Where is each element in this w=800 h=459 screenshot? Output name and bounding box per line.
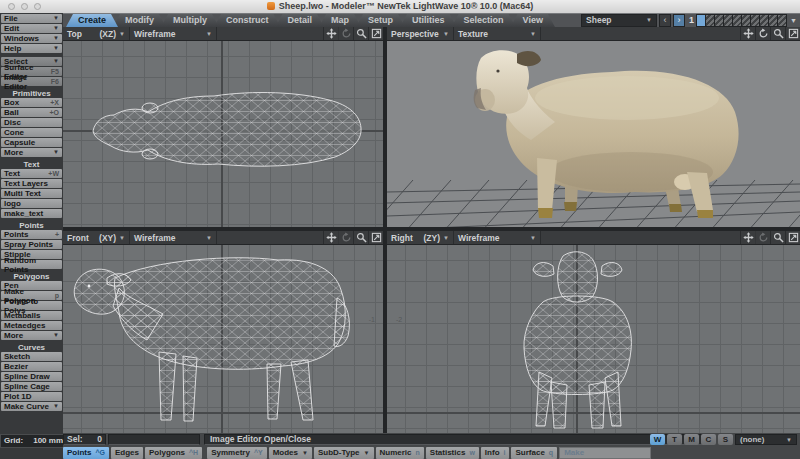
tab-create[interactable]: Create	[66, 14, 118, 27]
object-selector-dropdown[interactable]: Sheep▼	[581, 14, 657, 27]
vmap-button-w[interactable]: W	[650, 434, 665, 445]
viewport-right-canvas[interactable]: -2	[387, 244, 800, 433]
sidebar-item-windows[interactable]: Windows▼	[1, 34, 62, 43]
tab-multiply[interactable]: Multiply	[161, 14, 219, 27]
render-mode-label: Wireframe	[134, 233, 176, 243]
vmap-button-m[interactable]: M	[684, 434, 699, 445]
viewport-type-dropdown[interactable]: Perspective▼	[387, 27, 454, 40]
toolbar-button-edges[interactable]: Edges	[111, 447, 143, 459]
tab-detail[interactable]: Detail	[276, 14, 325, 27]
sidebar-item-points[interactable]: Points+	[1, 230, 62, 239]
vmap-button-c[interactable]: C	[701, 434, 716, 445]
viewport-name: Top	[67, 29, 82, 39]
vmap-button-t[interactable]: T	[667, 434, 682, 445]
shortcut-hint: +	[55, 230, 59, 239]
rotate-icon[interactable]	[338, 27, 353, 40]
layer-bank-dropdown-icon[interactable]: ▼	[790, 17, 797, 24]
vmap-selector-dropdown[interactable]: (none)▼	[735, 434, 797, 445]
tab-view[interactable]: View	[511, 14, 555, 27]
toolbar-button-surface[interactable]: Surfaceq	[511, 447, 557, 459]
render-mode-dropdown[interactable]: Wireframe▼	[130, 27, 217, 40]
rotate-icon[interactable]	[338, 231, 353, 244]
pan-icon[interactable]	[740, 27, 755, 40]
sidebar-item-multi-text[interactable]: Multi Text	[1, 189, 62, 198]
zoom-icon[interactable]	[353, 231, 368, 244]
toolbar-button-numeric[interactable]: Numericn	[376, 447, 424, 459]
sidebar-item-points-to-polys[interactable]: Points to Polys	[1, 301, 62, 310]
render-mode-dropdown[interactable]: Wireframe▼	[130, 231, 217, 244]
pan-icon[interactable]	[323, 27, 338, 40]
maximize-icon[interactable]	[368, 27, 383, 40]
zoom-icon[interactable]	[353, 27, 368, 40]
sidebar-item-help[interactable]: Help▼	[1, 44, 62, 53]
sidebar-item-cone[interactable]: Cone	[1, 128, 62, 137]
sidebar-item-capsule[interactable]: Capsule	[1, 138, 62, 147]
tab-construct[interactable]: Construct	[214, 14, 281, 27]
sidebar-item-edit[interactable]: Edit▼	[1, 24, 62, 33]
viewport-perspective-canvas[interactable]	[387, 40, 800, 227]
zoom-icon[interactable]	[770, 231, 785, 244]
tab-modify[interactable]: Modify	[113, 14, 166, 27]
sidebar-item-label: More	[4, 331, 23, 340]
sidebar-item-text-layers[interactable]: Text Layers	[1, 179, 62, 188]
sidebar-item-disc[interactable]: Disc	[1, 118, 62, 127]
viewport-top[interactable]: Top(XZ)▼Wireframe▼	[63, 27, 383, 227]
toolbar-button-points[interactable]: Points^G	[63, 447, 109, 459]
layer-block-10[interactable]	[777, 14, 787, 27]
maximize-icon[interactable]	[785, 231, 800, 244]
toolbar-button-subd-type[interactable]: SubD-Type▼	[314, 447, 374, 459]
viewport-nav-icons	[323, 231, 383, 244]
sidebar-item-bezier[interactable]: Bezier	[1, 362, 62, 371]
toolbar-button-polygons[interactable]: Polygons^H	[145, 447, 202, 459]
make-command-field[interactable]: Make	[559, 447, 651, 459]
sidebar-item-image-editor[interactable]: Image EditorF6	[1, 77, 62, 86]
pan-icon[interactable]	[740, 231, 755, 244]
sidebar-item-text[interactable]: Text+W	[1, 169, 62, 178]
shortcut-hint: n	[416, 447, 420, 459]
sidebar-item-sketch[interactable]: Sketch	[1, 352, 62, 361]
viewport-right[interactable]: Right(ZY)▼Wireframe▼ -2	[387, 231, 800, 433]
sidebar-item-box[interactable]: Box+X	[1, 98, 62, 107]
rotate-icon[interactable]	[755, 27, 770, 40]
viewport-front[interactable]: Front(XY)▼Wireframe▼ -1	[63, 231, 383, 433]
sidebar-item-ball[interactable]: Ball+O	[1, 108, 62, 117]
sidebar-item-plot-1d[interactable]: Plot 1D	[1, 392, 62, 401]
layer-next-button[interactable]: ›	[673, 14, 685, 27]
tab-utilities[interactable]: Utilities	[400, 14, 457, 27]
tab-selection[interactable]: Selection	[452, 14, 516, 27]
zoom-icon[interactable]	[770, 27, 785, 40]
chevron-down-icon: ▼	[53, 34, 59, 43]
maximize-icon[interactable]	[368, 231, 383, 244]
sidebar-item-metaedges[interactable]: Metaedges	[1, 321, 62, 330]
sidebar-item-more[interactable]: More▼	[1, 331, 62, 340]
toolbar-button-statistics[interactable]: Statisticsw	[426, 447, 479, 459]
tab-map[interactable]: Map	[319, 14, 361, 27]
toolbar-button-symmetry[interactable]: Symmetry^Y	[207, 447, 266, 459]
viewport-top-canvas[interactable]	[63, 40, 383, 227]
sidebar-item-more[interactable]: More▼	[1, 148, 62, 157]
tab-setup[interactable]: Setup	[356, 14, 405, 27]
vmap-button-s[interactable]: S	[718, 434, 733, 445]
window-title: Sheep.lwo - Modeler™ NewTek LightWave 10…	[0, 0, 800, 13]
toolbar-button-info[interactable]: Infoi	[481, 447, 510, 459]
sidebar-item-make-curve[interactable]: Make Curve▼	[1, 402, 62, 411]
layer-prev-button[interactable]: ‹	[659, 14, 671, 27]
render-mode-dropdown[interactable]: Texture▼	[454, 27, 541, 40]
sidebar-item-spline-draw[interactable]: Spline Draw	[1, 372, 62, 381]
viewport-type-dropdown[interactable]: Top(XZ)▼	[63, 27, 130, 40]
maximize-icon[interactable]	[785, 27, 800, 40]
sidebar-item-file[interactable]: File▼	[1, 14, 62, 23]
sidebar-item-make-text[interactable]: make_text	[1, 209, 62, 218]
viewport-perspective[interactable]: Perspective▼Texture▼	[387, 27, 800, 227]
sidebar-item-random-points[interactable]: Random Points	[1, 260, 62, 269]
sidebar-item-spray-points[interactable]: Spray Points	[1, 240, 62, 249]
sidebar-item-spline-cage[interactable]: Spline Cage	[1, 382, 62, 391]
sidebar-item-logo[interactable]: logo	[1, 199, 62, 208]
toolbar-button-modes[interactable]: Modes▼	[269, 447, 312, 459]
pan-icon[interactable]	[323, 231, 338, 244]
rotate-icon[interactable]	[755, 231, 770, 244]
viewport-type-dropdown[interactable]: Front(XY)▼	[63, 231, 130, 244]
viewport-front-canvas[interactable]: -1	[63, 244, 383, 433]
viewport-type-dropdown[interactable]: Right(ZY)▼	[387, 231, 454, 244]
render-mode-dropdown[interactable]: Wireframe▼	[454, 231, 541, 244]
